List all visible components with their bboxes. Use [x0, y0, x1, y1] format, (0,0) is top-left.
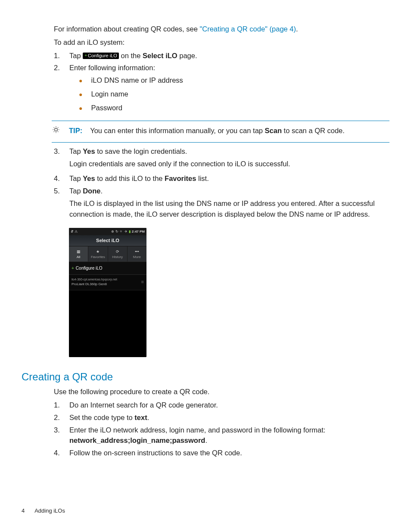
text: Enter the iLO network address, login nam…: [69, 426, 325, 434]
step-content: Enter following information: ●iLO DNS na…: [69, 62, 389, 116]
bold-text: Favorites: [165, 174, 196, 182]
svg-line-7: [54, 131, 54, 132]
tab-label: Favorites: [91, 255, 105, 259]
bold-text: Done: [83, 187, 100, 195]
step-5: 5. Tap Done. The iLO is displayed in the…: [54, 186, 389, 222]
bold-text: Select iLO: [143, 52, 177, 59]
row-label: Configure iLO: [76, 266, 103, 271]
text: For information about creating QR codes,…: [54, 25, 199, 33]
text: .: [100, 187, 103, 195]
svg-line-8: [58, 128, 58, 128]
phone-configure-row[interactable]: +Configure iLO: [69, 261, 146, 275]
text: Password: [91, 103, 122, 114]
ilo-address: ilo4-360-cpt.americas.hpqcorp.net: [72, 278, 117, 281]
sub-item: ●Login name: [79, 89, 389, 100]
ilo-description: ProLiant DL360p Gen8: [72, 282, 107, 286]
steps-list-qr: 1. Do an Internet search for a QR code g…: [54, 400, 389, 458]
text: .: [296, 25, 298, 33]
bold-text: text: [134, 414, 147, 421]
ilo-entry: ilo4-360-cpt.americas.hpqcorp.net ProLia…: [72, 277, 117, 286]
steps-list-1: 1. Tap +Configure iLO on the Select iLO …: [54, 50, 389, 117]
page-footer: 4 Adding iLOs: [22, 507, 65, 515]
text: .: [147, 414, 149, 421]
tab-label: History: [112, 255, 123, 259]
airplane-icon: ✈: [125, 229, 128, 234]
tip-label: TIP:: [69, 127, 82, 134]
step-3: 3. Tap Yes to save the login credentials…: [54, 146, 389, 172]
text: iLO DNS name or IP address: [91, 75, 183, 86]
status-left-icons: ⇵ ⚠: [71, 229, 78, 234]
text: Login credentials are saved only if the …: [69, 159, 389, 169]
sync-icon: ↻: [115, 229, 118, 234]
configure-ilo-chip: +Configure iLO: [83, 53, 119, 59]
bullet-icon: ●: [79, 103, 82, 114]
step-content: Tap +Configure iLO on the Select iLO pag…: [69, 50, 389, 61]
text: You can enter this information manually,…: [90, 127, 265, 134]
phone-screenshot: ⇵ ⚠ ⊕ ↻ ᯤ ✈ ▮ 2:47 PM Select iLO ▦All ★F…: [69, 228, 146, 357]
text: Login name: [91, 89, 128, 100]
text: Set the code type to: [69, 414, 134, 421]
section2-intro: Use the following procedure to create a …: [54, 386, 389, 397]
tab-all[interactable]: ▦All: [69, 246, 88, 262]
intro-block: For information about creating QR codes,…: [54, 24, 389, 48]
tip-callout: TIP:You can enter this information manua…: [52, 121, 389, 143]
tab-favorites[interactable]: ★Favorites: [88, 246, 108, 262]
text: .: [205, 436, 207, 444]
step-content: Tap Done. The iLO is displayed in the li…: [69, 186, 389, 222]
phone-ilo-row[interactable]: ilo4-360-cpt.americas.hpqcorp.net ProLia…: [69, 275, 146, 290]
step-content: Do an Internet search for a QR code gene…: [69, 400, 389, 411]
step-number: 1.: [54, 400, 60, 411]
step-number: 3.: [54, 146, 60, 172]
chip-label: Configure iLO: [88, 53, 117, 58]
step-content: Follow the on-screen instructions to sav…: [69, 448, 389, 458]
sub-item: ●iLO DNS name or IP address: [79, 75, 389, 86]
step-number: 4.: [54, 448, 60, 458]
tip-text: TIP:You can enter this information manua…: [69, 125, 345, 137]
text: to add this iLO to the: [95, 174, 165, 182]
page: For information about creating QR codes,…: [0, 0, 411, 532]
phone-status-bar: ⇵ ⚠ ⊕ ↻ ᯤ ✈ ▮ 2:47 PM: [69, 228, 146, 235]
lightbulb-icon: [52, 125, 61, 137]
svg-point-0: [55, 128, 58, 131]
text: to scan a QR code.: [282, 127, 345, 134]
tab-label: All: [77, 255, 81, 259]
page-number: 4: [22, 507, 25, 514]
bullet-icon: ●: [79, 89, 82, 100]
drag-handle-icon: ≡: [141, 278, 144, 286]
bullet-icon: ●: [79, 75, 82, 86]
tab-more[interactable]: •••More: [128, 246, 146, 262]
text: Use the following procedure to create a …: [54, 386, 389, 397]
plus-icon: +: [72, 266, 74, 271]
link-creating-qr[interactable]: "Creating a QR code" (page 4): [199, 25, 296, 33]
step-number: 1.: [54, 50, 60, 61]
step-number: 3.: [54, 425, 60, 446]
step-2: 2. Enter following information: ●iLO DNS…: [54, 62, 389, 116]
text: Enter following information:: [69, 64, 155, 72]
tab-history[interactable]: ⟳History: [108, 246, 128, 262]
steps-list-2: 3. Tap Yes to save the login credentials…: [54, 146, 389, 222]
text: Tap: [69, 174, 83, 182]
text: Tap: [69, 187, 83, 195]
step-number: 2.: [54, 62, 60, 116]
step-number: 4.: [54, 173, 60, 184]
text: to save the login credentials.: [95, 147, 187, 155]
qr-step-2: 2. Set the code type to text.: [54, 412, 389, 423]
step-content: Set the code type to text.: [69, 412, 389, 423]
intro-line-1: For information about creating QR codes,…: [54, 24, 389, 34]
sub-list: ●iLO DNS name or IP address ●Login name …: [79, 75, 389, 114]
status-time: 2:47 PM: [132, 229, 145, 234]
text: The iLO is displayed in the list using t…: [69, 198, 389, 220]
battery-icon: ▮: [129, 229, 131, 234]
status-right: ⊕ ↻ ᯤ ✈ ▮ 2:47 PM: [111, 229, 145, 234]
text: list.: [196, 174, 209, 182]
qr-step-4: 4. Follow the on-screen instructions to …: [54, 448, 389, 458]
phone-empty-area: [69, 290, 146, 357]
phone-title: Select iLO: [69, 235, 146, 246]
svg-line-6: [58, 131, 58, 132]
section-heading-creating-qr: Creating a QR code: [22, 369, 389, 385]
svg-line-5: [54, 128, 54, 128]
wifi-icon: ᯤ: [120, 229, 123, 234]
bold-text: Scan: [265, 127, 282, 134]
qr-step-1: 1. Do an Internet search for a QR code g…: [54, 400, 389, 411]
text: page.: [177, 52, 197, 59]
